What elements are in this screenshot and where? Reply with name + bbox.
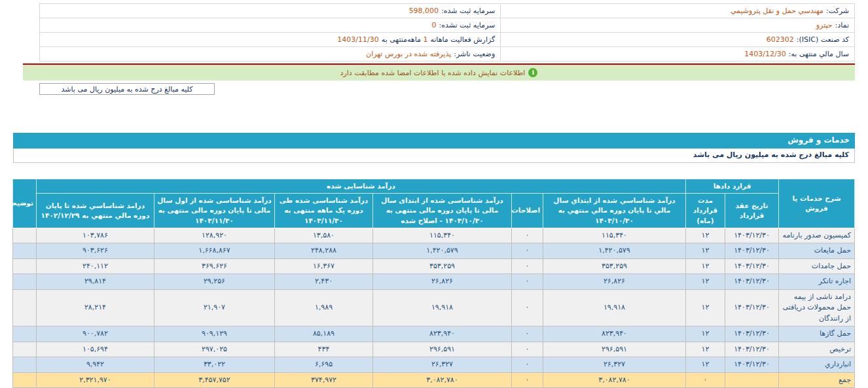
section-header-services-sales: خدمات و فروش [13,133,855,149]
cell-rev-prev-year: ۹,۹۴۲ [36,357,154,373]
cell-contract-date: ۱۴۰۳/۱۲/۳۰ [725,342,779,357]
cell-rev-prev-year: ۲,۳۲۱,۹۷۰ [36,372,154,388]
cell-rev-ytd: ۹۰۹,۱۲۹ [154,326,274,342]
cell-rev-cum-prev-month: ۱۹,۹۱۸ [543,289,685,326]
cell-rev-cum-prev-month: ۲۶,۸۲۶ [543,274,685,290]
cell-notes [12,274,36,290]
cell-adjustments: ۰ [511,289,543,326]
cell-rev-cum-prev-month-adjusted: ۳۵۳,۲۵۹ [372,258,511,274]
cell-service: حمل جامدات [779,258,855,274]
cell-contract-duration: ۱۲ [685,342,725,357]
cell-rev-cum-prev-month: ۲۶,۳۲۷ [543,357,685,373]
group-header-recognized-revenue: درآمد شناسایی شده [36,179,685,194]
cell-rev-ytd: ۳,۴۵۷,۷۵۲ [154,372,274,388]
cell-rev-cum-prev-month-adjusted: ۲۶,۸۲۶ [372,274,511,290]
report-period-field: گزارش فعالیت ماهانه1 ماهه‌منتهی به1403/1… [40,33,501,47]
amounts-unit-button[interactable]: کلیه مبالغ درج شده به میلیون ریال می باش… [39,83,215,95]
cell-rev-prev-year: ۲۴۰,۱۱۲ [36,258,154,274]
cell-rev-cum-prev-month: ۱۱۵,۳۴۰ [543,228,685,243]
col-header-adjustments: اصلاحات [511,194,543,228]
cell-contract-duration: ۱۲ [685,243,725,259]
cell-rev-ytd: ۲۱,۹۰۷ [154,289,274,326]
col-header-notes: توضیحات [12,179,36,228]
signed-info-banner-text: اطلاعات نمایش داده شده با اطلاعات امضا ش… [340,69,526,77]
cell-rev-cum-prev-month: ۱,۴۲۰,۵۷۹ [543,243,685,259]
cell-service: کمیسیون صدور بارنامه [779,228,855,243]
col-header-service: شرح خدمات یا فروش [779,179,855,228]
table-row: درامد ناشی از بیمه حمل محمولات دریافتی ا… [12,289,854,326]
cell-rev-cum-prev-month: ۳,۰۸۲,۷۸۰ [543,372,685,388]
unit-button-row: کلیه مبالغ درج شده به میلیون ریال می باش… [13,83,855,95]
services-sales-table: شرح خدمات یا فروش قرارد دادها درآمد شناس… [12,179,855,388]
report-period-label: گزارش فعالیت ماهانه [430,35,495,44]
registered-capital-value: 598,000 [409,7,439,15]
col-header-rev-prev-year: درامد شناساسي شده تا پایان دوره مالي منت… [36,194,154,228]
report-period-months: 1 [423,35,427,44]
cell-rev-cum-prev-month-adjusted: ۲۹۶,۵۹۱ [372,342,511,357]
cell-rev-prev-year: ۹۰۰,۷۸۲ [36,326,154,342]
issuer-status-field: وضعیت ناشر:پذیرفته شده در بورس تهران [40,47,501,62]
cell-contract-date: ۱۴۰۳/۱۲/۳۰ [725,326,779,342]
cell-rev-cum-prev-month: ۳۵۳,۲۵۹ [543,258,685,274]
cell-rev-month: ۲۴۸,۲۸۸ [274,243,372,259]
cell-contract-duration: ۱۲ [685,289,725,326]
cell-rev-prev-year: ۹۰۳,۶۲۶ [36,243,154,259]
cell-rev-ytd: ۳۶۹,۶۲۶ [154,258,274,274]
cell-service: درامد ناشی از بیمه حمل محمولات دریافتی ا… [779,289,855,326]
col-header-contract-duration: مدت قرارداد (ماه) [685,194,725,228]
info-row-company-capital: شرکت:مهندسي حمل و نقل پتروشيمي سرمایه ثب… [40,4,855,18]
isic-label: کد صنعت (ISIC): [797,35,849,44]
cell-service: حمل مایعات [779,243,855,259]
table-row: انبارداري ۱۴۰۳/۱۲/۳۰ ۱۲ ۲۶,۳۲۷ ۰ ۲۶,۳۲۷ … [12,357,854,373]
cell-contract-duration: ۱۲ [685,326,725,342]
report-period-ending-label: ماهه‌منتهی به [382,35,421,44]
cell-adjustments: ۰ [511,243,543,259]
cell-rev-ytd: ۱,۶۶۸,۸۶۷ [154,243,274,259]
cell-contract-date: ۱۴۰۳/۱۲/۳۰ [725,243,779,259]
cell-notes [12,258,36,274]
table-row: اجاره تانکر ۱۴۰۳/۱۲/۳۰ ۱۲ ۲۶,۸۲۶ ۰ ۲۶,۸۲… [12,274,854,290]
col-header-rev-ytd: درآمد شناساسی شده از اول سال مالی تا پای… [154,194,274,228]
cell-notes [12,372,36,388]
cell-contract-date: ۱۴۰۳/۱۲/۳۰ [725,289,779,326]
table-row: کمیسیون صدور بارنامه ۱۴۰۳/۱۲/۳۰ ۱۲ ۱۱۵,۳… [12,228,854,243]
cell-rev-month: ۱,۹۸۹ [274,289,372,326]
info-row-symbol-capital: نماد:حپترو سرمایه ثبت نشده:0 [40,18,855,33]
cell-notes [12,342,36,357]
isic-value: 602302 [767,35,794,44]
cell-rev-month: ۴۳۴ [274,342,372,357]
cell-rev-prev-year: ۲۹,۸۱۴ [36,274,154,290]
cell-contract-date [725,372,779,388]
company-info-panel: شرکت:مهندسي حمل و نقل پتروشيمي سرمایه ثب… [39,3,855,62]
cell-rev-month: ۶,۶۹۵ [274,357,372,373]
cell-rev-ytd: ۲۹,۲۵۶ [154,274,274,290]
symbol-value: حپترو [816,21,833,29]
services-table-body: کمیسیون صدور بارنامه ۱۴۰۳/۱۲/۳۰ ۱۲ ۱۱۵,۳… [12,228,854,388]
col-header-rev-month: درآمد شناساسی شده طی دوره یک ماهه منتهی … [274,194,372,228]
cell-adjustments: ۰ [511,372,543,388]
cell-contract-date: ۱۴۰۳/۱۲/۳۰ [725,228,779,243]
cell-contract-duration: ۱۲ [685,258,725,274]
info-icon: i [528,68,537,77]
fiscal-year-field: سال مالي منتهی به:1403/12/30 [501,47,855,62]
report-period-ending-date: 1403/11/30 [337,35,378,44]
unregistered-capital-value: 0 [431,21,436,29]
cell-rev-cum-prev-month: ۲۹۶,۵۹۱ [543,342,685,357]
table-row: حمل جامدات ۱۴۰۳/۱۲/۳۰ ۱۲ ۳۵۳,۲۵۹ ۰ ۳۵۳,۲… [12,258,854,274]
cell-contract-duration: ۰ [685,372,725,388]
cell-adjustments: ۰ [511,258,543,274]
cell-contract-duration: ۱۲ [685,274,725,290]
cell-adjustments: ۰ [511,274,543,290]
fiscal-year-label: سال مالي منتهی به: [789,50,849,58]
cell-rev-cum-prev-month-adjusted: ۱۹,۹۱۸ [372,289,511,326]
cell-adjustments: ۰ [511,342,543,357]
table-group-header-row: شرح خدمات یا فروش قرارد دادها درآمد شناس… [12,179,854,194]
cell-rev-ytd: ۲۹۷,۰۲۵ [154,342,274,357]
cell-rev-cum-prev-month: ۸۲۳,۹۴۰ [543,326,685,342]
cell-contract-date: ۱۴۰۳/۱۲/۳۰ [725,274,779,290]
registered-capital-field: سرمایه ثبت شده:598,000 [40,4,501,18]
cell-notes [12,243,36,259]
cell-contract-date: ۱۴۰۳/۱۲/۳۰ [725,258,779,274]
cell-rev-cum-prev-month-adjusted: ۲۶,۳۲۷ [372,357,511,373]
unregistered-capital-field: سرمایه ثبت نشده:0 [40,18,501,33]
